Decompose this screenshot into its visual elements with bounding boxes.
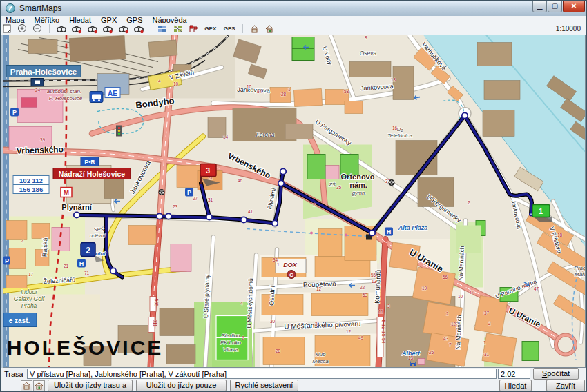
distance-input[interactable]: 2.02 xyxy=(498,369,530,379)
map-label: Ortenovo xyxy=(341,173,375,181)
map-label: Prag xyxy=(575,265,585,271)
menu-bar: MapaMěřítkoHledatGPXGPSNápověda xyxy=(1,16,586,23)
house-number: 13 xyxy=(372,279,377,284)
house-number: 4 xyxy=(158,79,161,84)
save-route-distance-button[interactable]: Uložit do jízdy trasu a vzdálenost xyxy=(48,380,133,391)
route-node[interactable] xyxy=(241,217,247,222)
route-node[interactable] xyxy=(278,180,284,186)
map-label: Plynární xyxy=(61,203,92,211)
route-node[interactable] xyxy=(206,214,212,219)
map-canvas[interactable]: Praha-Holešovice Nádraží Holešovice P•R … xyxy=(3,35,585,367)
compute-route-button[interactable]: Spočítat trasu xyxy=(533,368,579,380)
route-node[interactable] xyxy=(280,168,286,174)
house-number: 24 xyxy=(35,88,41,92)
svg-text:G: G xyxy=(289,272,294,278)
search-street-icon[interactable] xyxy=(71,23,83,34)
house-number: 47 xyxy=(534,286,539,291)
route-node[interactable] xyxy=(157,213,162,219)
house-number: 27 xyxy=(193,196,198,201)
route-node[interactable] xyxy=(74,212,79,217)
home-icon[interactable] xyxy=(249,23,260,34)
close-button[interactable]: ✕ xyxy=(563,1,585,12)
svg-text:911: 911 xyxy=(153,320,157,327)
search-coords-icon[interactable] xyxy=(117,23,129,34)
map-label: FK Loko xyxy=(220,340,241,346)
svg-text:P: P xyxy=(5,257,9,264)
house-number: 21 xyxy=(64,264,69,268)
gpx-button[interactable]: GPX xyxy=(202,23,218,34)
search-place-icon[interactable] xyxy=(86,23,98,34)
map-label: autobus. stan. xyxy=(47,88,81,95)
house-number: 22 xyxy=(360,285,365,290)
status-bar: Trasa V přístavu [Praha], Jablonského [P… xyxy=(1,368,586,392)
house-number: 18 xyxy=(557,233,563,237)
search-address-icon[interactable] xyxy=(55,23,67,34)
house-number: 1 xyxy=(288,87,291,92)
tram-plate: 5-12-15-54 xyxy=(381,320,386,344)
park-ride-label: P•R xyxy=(84,159,95,166)
house-number: 34 xyxy=(273,257,278,262)
map-label: ZŠ xyxy=(328,182,336,188)
house-number: 1 xyxy=(483,340,486,345)
route-node[interactable] xyxy=(369,230,375,235)
minimize-button[interactable]: ▁ xyxy=(532,1,547,12)
marker-start-label: 1 xyxy=(539,207,543,215)
tiles-blue-icon[interactable] xyxy=(156,23,168,34)
ae-stop-label: AE xyxy=(108,90,117,97)
marker-via-label: 2 xyxy=(86,246,90,255)
house-number: 1 xyxy=(277,262,280,267)
svg-text:P: P xyxy=(12,109,17,116)
gps-button[interactable]: GPS xyxy=(222,23,238,34)
house-number: 16 xyxy=(392,126,398,130)
home-green-small-button[interactable] xyxy=(33,380,45,391)
map-viewport[interactable]: Praha-Holešovice Nádraží Holešovice P•R … xyxy=(3,35,586,368)
map-label: oděvní xyxy=(90,233,106,239)
quick-route-button[interactable]: Rychlé sestavení trasy xyxy=(230,380,298,391)
map-label: Praha xyxy=(21,302,37,309)
zoom-out-icon[interactable] xyxy=(32,23,44,34)
marker-end-label: 3 xyxy=(206,166,210,175)
close-dialog-button[interactable]: Zavřít xyxy=(546,380,585,391)
route-node[interactable] xyxy=(166,213,171,219)
poi-sun-icon xyxy=(159,189,165,195)
route-flags-icon[interactable] xyxy=(187,23,199,34)
map-label: P.-Holešovice xyxy=(49,95,83,101)
route-node[interactable] xyxy=(272,220,278,226)
window-title: SmartMaps xyxy=(19,3,61,13)
route-input[interactable]: V přístavu [Praha], Jablonského [Praha],… xyxy=(27,369,497,379)
tiles-map-icon[interactable] xyxy=(172,23,184,34)
poi-sun-icon xyxy=(389,179,395,186)
route-node[interactable] xyxy=(462,112,468,118)
map-label: Indoor xyxy=(21,288,38,295)
metro-icon: M xyxy=(64,189,69,197)
house-number: 10 xyxy=(173,81,179,86)
house-number: 18 xyxy=(391,77,396,82)
house-number: 17 xyxy=(28,272,34,277)
route-node[interactable] xyxy=(110,268,116,273)
house-number: 28 xyxy=(281,92,287,97)
zoom-in-icon[interactable] xyxy=(17,23,28,34)
title-bar[interactable]: SmartMaps ▁ ▢ ✕ xyxy=(1,1,586,17)
save-distance-button[interactable]: Uložit do jízdy pouze vzdálenost xyxy=(136,380,227,391)
home-green-icon[interactable] xyxy=(264,23,276,34)
svg-text:H: H xyxy=(79,260,84,267)
search-button[interactable]: Hledat xyxy=(499,380,532,391)
smartmaps-window: SmartMaps ▁ ▢ ✕ MapaMěřítkoHledatGPXGPSN… xyxy=(0,0,587,392)
map-label: Vltava xyxy=(223,346,239,353)
map-label: Marí xyxy=(575,271,585,277)
search-nearest-icon[interactable] xyxy=(133,23,145,34)
map-label: HOLEŠOVICE xyxy=(7,336,164,359)
trasa-label: Trasa xyxy=(4,370,23,378)
map-label: DOX xyxy=(283,262,298,268)
new-map-icon[interactable] xyxy=(1,23,13,34)
map-label: gymn. xyxy=(352,190,366,196)
house-number: 2 xyxy=(242,335,244,340)
map-label: klub xyxy=(316,351,326,357)
house-number: 58 xyxy=(344,89,349,94)
maximize-button[interactable]: ▢ xyxy=(548,1,562,12)
home-small-button[interactable] xyxy=(21,380,32,391)
search-poi-icon[interactable] xyxy=(102,23,114,34)
house-number: 35 xyxy=(336,185,342,190)
house-number: 12 xyxy=(316,286,322,291)
house-number: 49 xyxy=(358,335,364,340)
